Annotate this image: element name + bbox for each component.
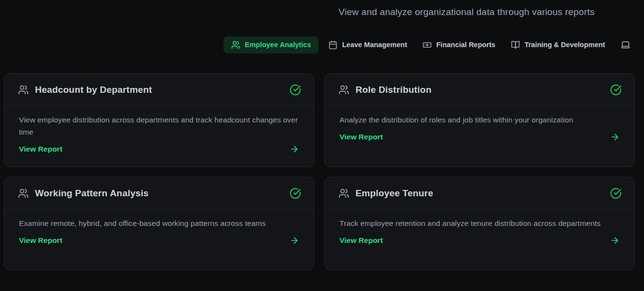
card-body: View employee distribution across depart… [4,106,314,154]
card-header: Headcount by Department [4,74,314,106]
check-circle-icon [289,84,301,96]
card-description: View employee distribution across depart… [19,114,299,138]
view-report-link[interactable]: View Report [339,236,620,245]
laptop-icon [621,40,630,50]
card-body: Examine remote, hybrid, and office-based… [4,209,314,245]
card-role-distribution: Role Distribution Analyze the distributi… [324,73,635,167]
users-icon [231,40,240,50]
report-card-grid: Headcount by Department View employee di… [4,73,635,270]
tab-financial-reports[interactable]: Financial Reports [417,36,501,53]
card-description: Track employee retention and analyze ten… [339,217,620,229]
tab-label: Leave Management [342,40,407,49]
users-icon [18,188,29,199]
book-open-icon [511,40,520,50]
card-working-pattern-analysis: Working Pattern Analysis Examine remote,… [4,177,314,270]
page-subtitle: View and analyze organizational data thr… [339,7,594,17]
arrow-right-icon [289,236,299,245]
arrow-right-icon [610,236,620,245]
arrow-right-icon [610,132,620,142]
arrow-right-icon [289,144,299,154]
tab-clipped[interactable] [615,36,641,53]
tab-label: Financial Reports [436,40,495,49]
view-report-label: View Report [339,133,383,141]
card-headcount-by-department: Headcount by Department View employee di… [4,73,314,167]
card-header: Working Pattern Analysis [4,177,314,209]
view-report-link[interactable]: View Report [19,144,299,154]
card-body: Track employee retention and analyze ten… [325,209,634,245]
tab-employee-analytics[interactable]: Employee Analytics [223,36,319,53]
check-circle-icon [610,84,622,96]
view-report-link[interactable]: View Report [339,132,620,142]
card-description: Analyze the distribution of roles and jo… [339,114,620,126]
users-icon [339,188,349,199]
card-header: Employee Tenure [325,177,634,209]
card-title: Employee Tenure [356,188,433,199]
view-report-label: View Report [19,145,62,154]
card-title: Working Pattern Analysis [35,188,149,199]
view-report-label: View Report [339,236,383,245]
card-description: Examine remote, hybrid, and office-based… [19,217,299,229]
view-report-label: View Report [19,236,62,245]
card-title: Headcount by Department [35,85,152,95]
calendar-icon [328,40,338,50]
card-header: Role Distribution [325,74,634,106]
tab-leave-management[interactable]: Leave Management [322,36,413,53]
tab-training-development[interactable]: Training & Development [505,36,611,53]
banknote-icon [423,40,432,50]
check-circle-icon [289,188,301,199]
report-tabs: Employee Analytics Leave Management Fina… [223,36,641,53]
users-icon [18,85,29,95]
check-circle-icon [610,188,622,199]
users-icon [339,85,349,95]
view-report-link[interactable]: View Report [19,236,299,245]
tab-label: Training & Development [525,40,605,49]
card-title: Role Distribution [356,85,431,95]
card-body: Analyze the distribution of roles and jo… [325,106,634,142]
tab-label: Employee Analytics [245,40,311,49]
card-employee-tenure: Employee Tenure Track employee retention… [324,177,635,270]
